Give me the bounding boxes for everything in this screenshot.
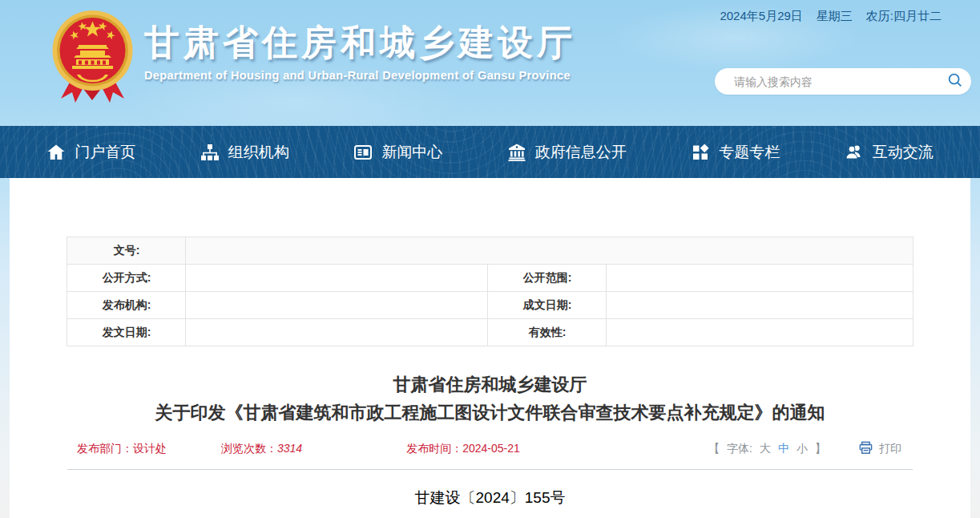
home-icon xyxy=(46,143,66,162)
nav-label: 专题专栏 xyxy=(719,142,780,163)
article-meta-bar: 发布部门：设计处 浏览次数：3314 发布时间：2024-05-21 【 字体:… xyxy=(67,437,913,470)
page: 2024年5月29日 星期三 农历:四月廿二 xyxy=(0,0,980,518)
weekday-text: 星期三 xyxy=(817,9,853,24)
print-button[interactable]: 打印 xyxy=(858,440,901,458)
people-icon xyxy=(845,143,864,162)
nav-label: 组织机构 xyxy=(228,142,289,163)
meta-right-tools: 【 字体: 大 中 小 】 xyxy=(708,440,913,458)
open-scope-label: 公开范围: xyxy=(488,265,607,292)
written-date-value xyxy=(607,292,913,319)
issuing-agency-label: 发布机构: xyxy=(67,292,186,319)
official-doc-number: 甘建设〔2024〕155号 xyxy=(10,488,970,508)
nav-label: 门户首页 xyxy=(75,142,135,163)
doc-number-value xyxy=(186,237,913,265)
search-button[interactable] xyxy=(939,68,971,95)
national-emblem-logo xyxy=(50,9,135,109)
view-count: 浏览次数：3314 xyxy=(221,442,302,456)
lunar-date-text: 农历:四月廿二 xyxy=(866,9,942,24)
open-method-value xyxy=(186,265,488,292)
printer-icon xyxy=(858,440,873,458)
view-count-number: 3314 xyxy=(277,442,302,455)
nav-label: 互动交流 xyxy=(873,142,934,163)
topics-grid-icon xyxy=(691,143,710,162)
table-row: 发文日期: 有效性: xyxy=(67,319,913,346)
org-chart-icon xyxy=(200,143,220,162)
nav-item-organization[interactable]: 组织机构 xyxy=(200,142,289,163)
table-row: 文号: xyxy=(67,237,913,265)
site-branding: 甘肃省住房和城乡建设厅 Department of Housing and Ur… xyxy=(144,22,576,82)
gov-building-icon xyxy=(507,143,526,162)
site-title: 甘肃省住房和城乡建设厅 xyxy=(144,22,576,63)
article-title-line2: 关于印发《甘肃省建筑和市政工程施工图设计文件联合审查技术要点补充规定》的通知 xyxy=(67,399,913,427)
font-size-small-button[interactable]: 小 xyxy=(797,442,808,456)
search-input[interactable] xyxy=(732,75,939,89)
site-subtitle-english: Department of Housing and Urban-Rural De… xyxy=(144,69,576,82)
article-title: 甘肃省住房和城乡建设厅 关于印发《甘肃省建筑和市政工程施工图设计文件联合审查技术… xyxy=(67,370,913,427)
search-box xyxy=(715,68,971,95)
font-size-large-button[interactable]: 大 xyxy=(760,442,771,456)
nav-item-news[interactable]: 新闻中心 xyxy=(353,142,442,163)
publish-dept: 发布部门：设计处 xyxy=(77,442,167,456)
nav-item-home[interactable]: 门户首页 xyxy=(46,142,135,163)
search-icon xyxy=(946,71,964,91)
table-row: 发布机构: 成文日期: xyxy=(67,292,913,319)
article-title-line1: 甘肃省住房和城乡建设厅 xyxy=(67,370,913,399)
nav-item-interaction[interactable]: 互动交流 xyxy=(845,142,934,163)
open-scope-value xyxy=(607,265,913,292)
news-icon xyxy=(353,143,373,162)
font-size-controls: 【 字体: 大 中 小 】 xyxy=(708,442,826,456)
issuing-agency-value xyxy=(186,292,488,319)
bracket-open: 【 xyxy=(708,442,720,456)
table-row: 公开方式: 公开范围: xyxy=(67,265,913,292)
bracket-close: 】 xyxy=(815,442,826,456)
print-label: 打印 xyxy=(879,442,901,456)
issue-date-value xyxy=(186,319,488,346)
nav-label: 新闻中心 xyxy=(381,142,442,163)
nav-item-topics[interactable]: 专题专栏 xyxy=(691,142,780,163)
nav-label: 政府信息公开 xyxy=(535,142,627,163)
font-size-label: 字体: xyxy=(727,442,752,456)
open-method-label: 公开方式: xyxy=(67,265,186,292)
main-nav: 门户首页 组织机构 新闻中心 xyxy=(0,126,980,178)
publish-time: 发布时间：2024-05-21 xyxy=(406,442,520,456)
font-size-medium-button[interactable]: 中 xyxy=(778,442,789,456)
topbar: 2024年5月29日 星期三 农历:四月廿二 xyxy=(720,9,942,24)
document-info-table: 文号: 公开方式: 公开范围: 发布机构: 成文日期: 发文日期: 有效性: xyxy=(67,237,913,346)
nav-item-gov-info[interactable]: 政府信息公开 xyxy=(507,142,627,163)
written-date-label: 成文日期: xyxy=(488,292,607,319)
doc-number-label: 文号: xyxy=(67,237,186,265)
validity-label: 有效性: xyxy=(488,319,607,346)
validity-value xyxy=(607,319,913,346)
date-text: 2024年5月29日 xyxy=(720,9,802,24)
content-panel: 文号: 公开方式: 公开范围: 发布机构: 成文日期: 发文日期: 有效性: xyxy=(10,178,970,518)
issue-date-label: 发文日期: xyxy=(67,319,186,346)
